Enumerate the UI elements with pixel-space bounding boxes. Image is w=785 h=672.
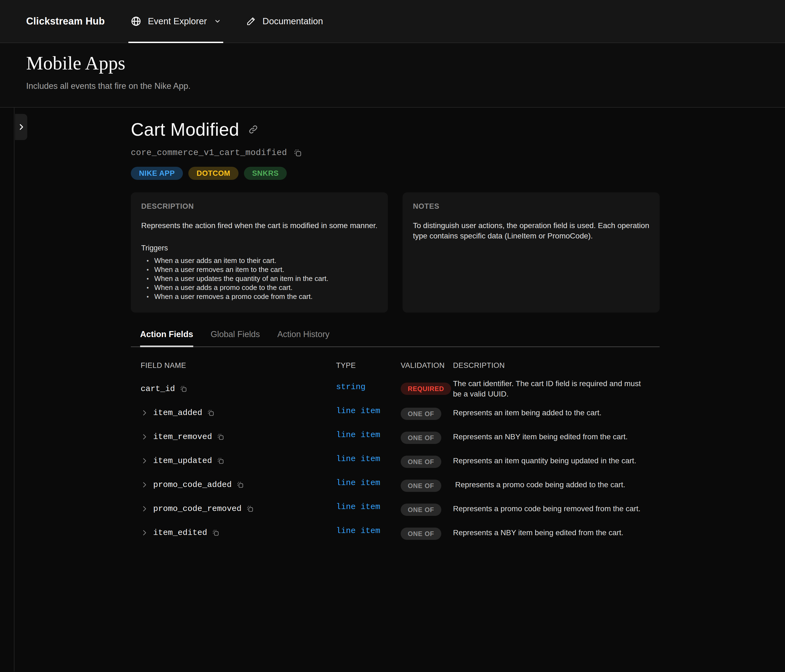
nav-item-event-explorer[interactable]: Event Explorer <box>130 0 222 42</box>
triggers-list: When a user adds an item to their cart. … <box>141 256 377 301</box>
notes-body: To distinguish user actions, the operati… <box>413 220 649 241</box>
chevron-right-icon[interactable] <box>141 481 148 489</box>
nav-items: Event Explorer Documentation <box>130 0 324 42</box>
chevron-down-icon <box>214 18 221 25</box>
badge-nike-app: NIKE APP <box>131 167 183 180</box>
event-key: core_commerce_v1_cart_modified <box>131 148 287 158</box>
tab-action-fields[interactable]: Action Fields <box>140 330 193 346</box>
field-description: The cart identifier. The cart ID field i… <box>453 378 650 399</box>
validation-cell: ONE OF <box>401 527 441 539</box>
validation-badge: ONE OF <box>401 456 441 468</box>
copy-icon[interactable] <box>217 457 224 464</box>
table-row: cart_id string REQ <box>141 377 650 401</box>
main-area: Cart Modified core_commerce_v1_cart_modi… <box>0 108 785 672</box>
field-name-cell: cart_id <box>141 384 336 394</box>
triggers-label: Triggers <box>141 244 377 252</box>
chevron-right-icon[interactable] <box>141 505 148 513</box>
field-name: promo_code_added <box>153 480 232 489</box>
hero-section: Mobile Apps Includes all events that fir… <box>0 43 785 108</box>
type-cell: line item <box>336 432 401 441</box>
table-body: cart_id string REQ <box>141 377 650 545</box>
field-name-cell: promo_code_removed <box>141 504 336 513</box>
copy-icon[interactable] <box>294 149 302 157</box>
field-description: Represents a promo code being removed fr… <box>453 503 650 514</box>
link-icon[interactable] <box>248 124 258 134</box>
trigger-item: When a user adds an item to their cart. <box>145 256 377 265</box>
field-type-link[interactable]: line item <box>336 478 380 488</box>
nav-item-label: Documentation <box>263 16 323 27</box>
app-title[interactable]: Clickstream Hub <box>26 0 105 42</box>
globe-icon <box>131 16 141 27</box>
table-header-row: FIELD NAME TYPE VALIDATION DESCRIPTION <box>141 361 650 370</box>
page-subtitle: Includes all events that fire on the Nik… <box>26 81 759 91</box>
field-type-link[interactable]: line item <box>336 502 380 511</box>
trigger-item: When a user updates the quantity of an i… <box>145 274 377 283</box>
validation-cell: ONE OF <box>401 406 441 419</box>
fields-table: FIELD NAME TYPE VALIDATION DESCRIPTION <box>131 361 660 545</box>
table-row: promo_code_added line item <box>141 473 650 497</box>
validation-badge: ONE OF <box>401 528 441 540</box>
copy-icon[interactable] <box>180 385 187 392</box>
field-type-link[interactable]: line item <box>336 430 380 439</box>
tab-bar: Action Fields Global Fields Action Histo… <box>131 330 660 347</box>
sidebar-expand-button[interactable] <box>15 114 27 140</box>
page-title: Mobile Apps <box>26 52 759 74</box>
field-type-link[interactable]: line item <box>336 526 380 536</box>
field-type-link[interactable]: line item <box>336 454 380 464</box>
trigger-item: When a user removes an item to the cart. <box>145 265 377 274</box>
validation-badge: ONE OF <box>401 432 441 444</box>
field-name: item_added <box>153 408 202 417</box>
field-type-link[interactable]: string <box>336 382 366 392</box>
top-navigation: Clickstream Hub Event Explorer Documenta… <box>0 0 785 43</box>
channel-badges: NIKE APP DOTCOM SNKRS <box>131 167 660 180</box>
pencil-icon <box>246 16 256 26</box>
column-header-description: DESCRIPTION <box>453 361 650 370</box>
validation-cell: ONE OF <box>401 455 441 467</box>
field-type-link[interactable]: line item <box>336 406 380 416</box>
tab-global-fields[interactable]: Global Fields <box>211 330 260 346</box>
validation-badge: ONE OF <box>401 503 441 516</box>
validation-badge: ONE OF <box>401 408 441 420</box>
validation-cell: REQUIRED <box>401 383 451 395</box>
sidebar-expand-icon <box>17 123 25 131</box>
type-cell: line item <box>336 408 401 417</box>
field-description: Represents a promo code being added to t… <box>453 480 650 490</box>
field-name-cell: item_removed <box>141 432 336 441</box>
copy-icon[interactable] <box>246 505 253 512</box>
type-cell: string <box>336 384 401 394</box>
type-cell: line item <box>336 456 401 466</box>
field-name: item_removed <box>153 432 212 441</box>
column-header-type: TYPE <box>336 361 401 370</box>
chevron-right-icon[interactable] <box>141 529 148 536</box>
type-cell: line item <box>336 528 401 538</box>
nav-item-documentation[interactable]: Documentation <box>245 0 324 42</box>
column-header-field-name: FIELD NAME <box>141 361 336 370</box>
validation-badge: REQUIRED <box>401 383 451 395</box>
field-name: promo_code_removed <box>153 504 241 513</box>
field-name: item_updated <box>153 456 212 466</box>
field-name: item_edited <box>153 528 207 538</box>
copy-icon[interactable] <box>207 409 214 416</box>
validation-cell: ONE OF <box>401 478 441 491</box>
table-row: item_removed line item <box>141 425 650 449</box>
copy-icon[interactable] <box>217 433 224 441</box>
nav-item-label: Event Explorer <box>148 16 207 27</box>
table-row: item_added line item <box>141 401 650 425</box>
table-row: item_edited line item <box>141 521 650 545</box>
description-heading: DESCRIPTION <box>141 202 377 211</box>
copy-icon[interactable] <box>212 529 219 536</box>
event-detail: Cart Modified core_commerce_v1_cart_modi… <box>131 108 660 545</box>
chevron-right-icon[interactable] <box>141 457 148 465</box>
copy-icon[interactable] <box>236 481 244 488</box>
notes-heading: NOTES <box>413 202 649 211</box>
table-row: item_updated line item <box>141 449 650 473</box>
table-row: promo_code_removed line item <box>141 497 650 521</box>
event-title-row: Cart Modified <box>131 119 660 140</box>
description-panel: DESCRIPTION Represents the action fired … <box>131 192 388 313</box>
column-header-validation: VALIDATION <box>401 361 453 370</box>
chevron-right-icon[interactable] <box>141 409 148 417</box>
tab-action-history[interactable]: Action History <box>277 330 330 346</box>
notes-panel: NOTES To distinguish user actions, the o… <box>403 192 660 313</box>
validation-badge: ONE OF <box>401 480 441 492</box>
chevron-right-icon[interactable] <box>141 433 148 441</box>
